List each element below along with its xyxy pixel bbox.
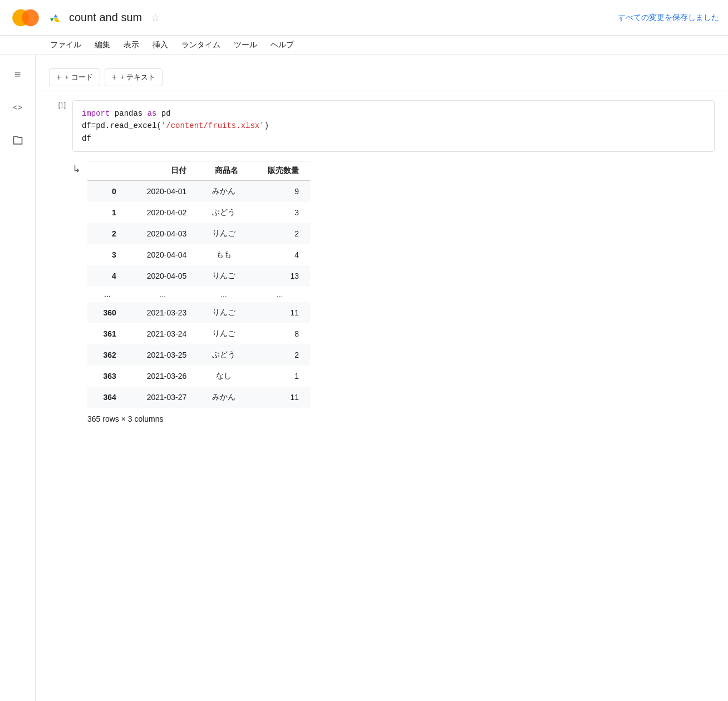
cell-output: ↳ 日付 商品名 販売数量 — [72, 161, 715, 430]
cell-qty: 4 — [249, 244, 310, 265]
cell-date: 2020-04-05 — [127, 265, 198, 287]
cell-index: 361 — [87, 323, 127, 344]
export-icon: ↳ — [72, 163, 81, 175]
menu-file[interactable]: ファイル — [45, 38, 87, 52]
cell-date: 2021-03-27 — [127, 387, 198, 408]
dots-name: ... — [198, 287, 249, 302]
add-code-label: + コード — [65, 72, 92, 82]
cell-qty: 1 — [249, 366, 310, 387]
table-row: 361 2021-03-24 りんご 8 — [87, 323, 310, 344]
sidebar: ≡ <> — [0, 55, 36, 701]
table-row: 364 2021-03-27 みかん 11 — [87, 387, 310, 408]
document-title[interactable]: count and sum — [69, 11, 142, 24]
cell-name: ぶどう — [198, 202, 249, 223]
cell-container: [1] import pandas as pd df=pd.read_excel… — [36, 91, 728, 439]
cell-qty: 11 — [249, 387, 310, 408]
table-header-row: 日付 商品名 販売数量 — [87, 161, 310, 181]
table-row: 3 2020-04-04 もも 4 — [87, 244, 310, 265]
cell-name: ぶどう — [198, 344, 249, 366]
cell-index: 364 — [87, 387, 127, 408]
layout: ≡ <> + + コード + + テキスト [1] import — [0, 55, 728, 701]
table-row: 360 2021-03-23 りんご 11 — [87, 302, 310, 323]
cell-index: 4 — [87, 265, 127, 287]
data-table: 日付 商品名 販売数量 0 2020-04-01 みかん 91 2020-04-… — [87, 161, 310, 408]
cell-name: りんご — [198, 323, 249, 344]
col-header-date: 日付 — [127, 161, 198, 181]
menu-icon[interactable]: ≡ — [8, 64, 28, 84]
cell-name: もも — [198, 244, 249, 265]
dots-date: ... — [127, 287, 198, 302]
menu-view[interactable]: 表示 — [118, 38, 145, 52]
cell-name: りんご — [198, 265, 249, 287]
save-status: すべての変更を保存しました — [618, 13, 719, 23]
header: count and sum ☆ すべての変更を保存しました — [0, 0, 728, 36]
cell-date: 2021-03-26 — [127, 366, 198, 387]
cell-index: 2 — [87, 223, 127, 244]
cell-name: なし — [198, 366, 249, 387]
cell-qty: 13 — [249, 265, 310, 287]
cell-name: りんご — [198, 302, 249, 323]
code-panel-icon[interactable]: <> — [8, 97, 28, 117]
cell-number: [1] — [49, 100, 66, 109]
cell-qty: 2 — [249, 223, 310, 244]
menu-tools[interactable]: ツール — [228, 38, 263, 52]
menu-bar: ファイル 編集 表示 挿入 ランタイム ツール ヘルプ — [0, 36, 728, 55]
row-summary: 365 rows × 3 columns — [87, 412, 310, 426]
svg-point-1 — [22, 9, 39, 26]
cell-index: 362 — [87, 344, 127, 366]
add-text-button[interactable]: + + テキスト — [105, 68, 163, 86]
dots-row: ... ... ... ... — [87, 287, 310, 302]
cell-qty: 3 — [249, 202, 310, 223]
cell-index: 1 — [87, 202, 127, 223]
files-icon[interactable] — [8, 131, 28, 151]
cell-code-block[interactable]: import pandas as pd df=pd.read_excel('/c… — [72, 100, 715, 152]
cell-name: みかん — [198, 181, 249, 203]
star-icon[interactable]: ☆ — [151, 12, 160, 24]
cell-date: 2020-04-02 — [127, 202, 198, 223]
output-header: ↳ 日付 商品名 販売数量 — [72, 161, 715, 426]
code-line-1: import pandas as pd — [82, 107, 705, 120]
colab-logo — [9, 1, 42, 34]
cell-name: りんご — [198, 223, 249, 244]
menu-help[interactable]: ヘルプ — [265, 38, 299, 52]
add-text-label: + テキスト — [120, 72, 155, 82]
cell-index: 363 — [87, 366, 127, 387]
table-row: 4 2020-04-05 りんご 13 — [87, 265, 310, 287]
cell-toolbar: + + コード + + テキスト — [36, 64, 728, 91]
drive-icon — [49, 11, 62, 24]
table-row: 363 2021-03-26 なし 1 — [87, 366, 310, 387]
code-line-3: df — [82, 132, 705, 145]
code-cell: [1] import pandas as pd df=pd.read_excel… — [49, 100, 715, 152]
col-header-name: 商品名 — [198, 161, 249, 181]
cell-date: 2020-04-01 — [127, 181, 198, 203]
cell-index: 360 — [87, 302, 127, 323]
add-code-button[interactable]: + + コード — [49, 68, 100, 86]
table-row: 362 2021-03-25 ぶどう 2 — [87, 344, 310, 366]
cell-date: 2020-04-03 — [127, 223, 198, 244]
cell-date: 2020-04-04 — [127, 244, 198, 265]
cell-qty: 11 — [249, 302, 310, 323]
table-row: 2 2020-04-03 りんご 2 — [87, 223, 310, 244]
code-line-2: df=pd.read_excel('/content/fruits.xlsx') — [82, 120, 705, 132]
cell-qty: 8 — [249, 323, 310, 344]
col-header-qty: 販売数量 — [249, 161, 310, 181]
cell-index: 3 — [87, 244, 127, 265]
table-row: 1 2020-04-02 ぶどう 3 — [87, 202, 310, 223]
cell-name: みかん — [198, 387, 249, 408]
cell-index: 0 — [87, 181, 127, 203]
table-row: 0 2020-04-01 みかん 9 — [87, 181, 310, 203]
cell-date: 2021-03-23 — [127, 302, 198, 323]
menu-insert[interactable]: 挿入 — [147, 38, 174, 52]
main-content: + + コード + + テキスト [1] import pandas as pd… — [36, 55, 728, 701]
menu-edit[interactable]: 編集 — [89, 38, 116, 52]
data-table-wrap: 日付 商品名 販売数量 0 2020-04-01 みかん 91 2020-04-… — [87, 161, 310, 426]
cell-date: 2021-03-25 — [127, 344, 198, 366]
col-header-index — [87, 161, 127, 181]
dots-idx: ... — [87, 287, 127, 302]
cell-date: 2021-03-24 — [127, 323, 198, 344]
cell-qty: 9 — [249, 181, 310, 203]
menu-runtime[interactable]: ランタイム — [176, 38, 226, 52]
dots-qty: ... — [249, 287, 310, 302]
cell-qty: 2 — [249, 344, 310, 366]
